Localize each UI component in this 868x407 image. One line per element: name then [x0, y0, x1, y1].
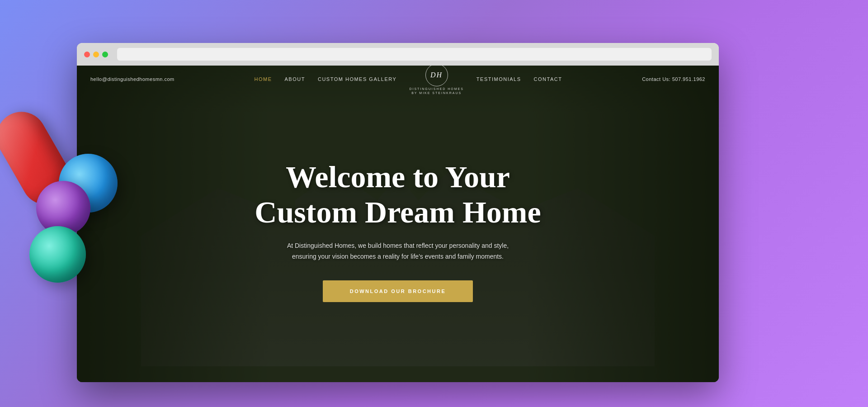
- browser-window: hello@distinguishedhomesmn.com HOME ABOU…: [77, 43, 719, 382]
- address-bar[interactable]: [117, 48, 712, 61]
- hero-title-line2: Custom Dream Home: [255, 195, 541, 229]
- logo-byline: BY MIKE STEINKRAUS: [411, 91, 462, 95]
- nav-item-gallery[interactable]: CUSTOM HOMES GALLERY: [318, 76, 396, 82]
- nav-item-home[interactable]: HOME: [255, 76, 272, 82]
- nav-item-testimonials[interactable]: TESTIMONIALS: [476, 76, 521, 82]
- brand-logo: DH DISTINGUISHED HOMES BY MIKE STEINKRAU…: [409, 66, 463, 95]
- website-content: hello@distinguishedhomesmn.com HOME ABOU…: [77, 66, 719, 382]
- cta-download-button[interactable]: DOWNLOAD OUR BROCHURE: [323, 280, 473, 302]
- hero-content: Welcome to Your Custom Dream Home At Dis…: [77, 66, 719, 382]
- logo-brand-name: DISTINGUISHED HOMES: [409, 87, 463, 90]
- nav-phone: Contact Us: 507.951.1962: [642, 76, 705, 82]
- hero-title: Welcome to Your Custom Dream Home: [255, 159, 541, 230]
- dot-green[interactable]: [102, 52, 108, 57]
- browser-dots: [84, 52, 108, 57]
- capsule-shape-red: [0, 103, 80, 214]
- nav-item-contact[interactable]: CONTACT: [534, 76, 562, 82]
- dot-yellow[interactable]: [93, 52, 99, 57]
- navigation: hello@distinguishedhomesmn.com HOME ABOU…: [77, 66, 719, 93]
- dot-red[interactable]: [84, 52, 90, 57]
- nav-email: hello@distinguishedhomesmn.com: [90, 76, 175, 82]
- logo-dh-text: DH: [430, 71, 443, 79]
- nav-menu: HOME ABOUT CUSTOM HOMES GALLERY DH DISTI…: [255, 66, 562, 95]
- hero-subtitle: At Distinguished Homes, we build homes t…: [280, 241, 515, 262]
- nav-item-about[interactable]: ABOUT: [285, 76, 305, 82]
- browser-chrome: [77, 43, 719, 66]
- hero-title-line1: Welcome to Your: [286, 160, 510, 194]
- logo-circle: DH: [425, 66, 448, 86]
